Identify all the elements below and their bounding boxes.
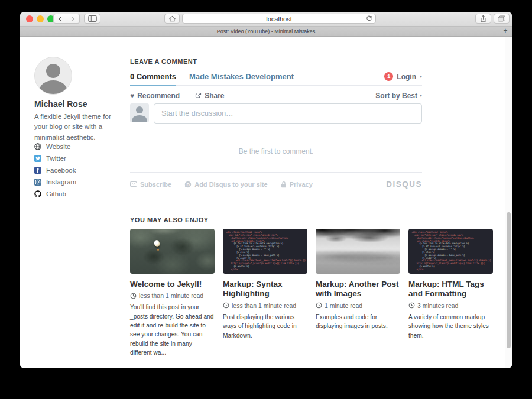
post-title-link[interactable]: Markup: Syntax Highlighting — [223, 280, 307, 299]
add-disqus-link[interactable]: D Add Disqus to your site — [184, 181, 267, 188]
recommend-button[interactable]: ♥ Recommend — [130, 92, 180, 100]
link-label: Facebook — [46, 167, 76, 174]
clock-icon — [316, 302, 322, 309]
related-post-card: <div class="masthead__menu"> <nav id="si… — [223, 229, 307, 357]
envelope-icon — [130, 181, 137, 187]
disqus-wordmark[interactable]: DISQUS — [386, 180, 422, 189]
sidebar-item-website[interactable]: Website — [34, 143, 76, 150]
address-bar[interactable]: localhost — [182, 14, 376, 24]
avatar-head-shape — [46, 64, 60, 78]
chevron-right-icon — [70, 16, 75, 22]
post-thumbnail-foggy-tree[interactable] — [316, 229, 400, 274]
author-avatar — [34, 57, 72, 95]
clock-icon — [408, 302, 415, 309]
author-links: Website Twitter Facebook Instagram Githu… — [34, 143, 76, 202]
svg-text:D: D — [187, 181, 190, 187]
url-text: localhost — [266, 15, 291, 22]
login-menu[interactable]: 1 Login ▾ — [384, 72, 422, 81]
share-icon — [480, 15, 486, 22]
related-posts-section: YOU MAY ALSO ENJOY Welcome to Jekyll! le… — [130, 216, 494, 357]
scrollbar-track[interactable] — [505, 37, 512, 368]
page-content: Michael Rose A flexible Jekyll theme for… — [20, 37, 512, 368]
related-post-card: Welcome to Jekyll! less than 1 minute re… — [130, 229, 215, 357]
heart-icon: ♥ — [130, 92, 134, 99]
instagram-icon — [34, 179, 41, 186]
active-tab[interactable]: Post: Video (YouTube) - Minimal Mistakes — [20, 27, 512, 36]
comments-section: LEAVE A COMMENT 0 Comments Made Mistakes… — [130, 58, 422, 189]
forum-link[interactable]: Made Mistakes Development — [189, 72, 294, 81]
login-label: Login — [397, 73, 416, 81]
orange-fleck-shape — [157, 249, 159, 251]
post-title-link[interactable]: Markup: Another Post with Images — [316, 280, 400, 299]
post-thumbnail-green-macro[interactable] — [130, 229, 215, 274]
home-icon — [168, 15, 176, 22]
recommend-label: Recommend — [137, 92, 180, 100]
twitter-icon — [34, 155, 41, 162]
add-disqus-label: Add Disqus to your site — [194, 181, 267, 188]
disqus-icon: D — [184, 181, 192, 188]
disqus-footer: Subscribe D Add Disqus to your site Priv… — [130, 180, 422, 189]
forward-button[interactable] — [66, 14, 80, 24]
disqus-actions: ♥ Recommend Share Sort by Best ▾ — [130, 91, 422, 100]
divider — [130, 172, 422, 173]
tabs-overview-icon — [498, 15, 505, 22]
disqus-header: 0 Comments Made Mistakes Development 1 L… — [130, 72, 422, 86]
post-excerpt: A variety of common markup showing how t… — [408, 313, 493, 340]
read-time-label: less than 1 minute read — [232, 302, 296, 309]
sidebar-item-twitter[interactable]: Twitter — [34, 155, 76, 162]
author-bio: A flexible Jekyll theme for your blog or… — [34, 112, 125, 142]
back-button[interactable] — [53, 14, 67, 24]
comment-compose — [130, 103, 422, 124]
sidebar-item-github[interactable]: Github — [34, 190, 76, 197]
avatar-shoulders-shape — [132, 115, 147, 122]
tab-bar: Post: Video (YouTube) - Minimal Mistakes… — [20, 27, 512, 37]
new-tab-button[interactable]: + — [501, 27, 510, 35]
privacy-link[interactable]: Privacy — [281, 181, 313, 188]
share-thread-button[interactable]: Share — [195, 92, 224, 100]
post-excerpt: Post displaying the various ways of high… — [223, 313, 307, 340]
lock-icon — [281, 181, 287, 188]
comment-count-tab[interactable]: 0 Comments — [130, 72, 176, 81]
read-time-label: 1 minute read — [325, 302, 362, 309]
share-arrow-icon — [195, 92, 202, 99]
read-time-label: less than 1 minute read — [139, 292, 203, 299]
sidebar-toggle-button[interactable] — [84, 14, 100, 24]
no-comments-message: Be the first to comment. — [130, 147, 422, 154]
post-thumbnail-code[interactable]: <div class="masthead__menu"> <nav id="si… — [223, 229, 307, 274]
link-label: Website — [46, 143, 70, 150]
related-heading: YOU MAY ALSO ENJOY — [130, 216, 494, 223]
avatar-head-shape — [136, 106, 143, 113]
close-window-button[interactable] — [26, 15, 33, 22]
related-posts-grid: Welcome to Jekyll! less than 1 minute re… — [130, 229, 494, 357]
clock-icon — [130, 293, 137, 299]
home-button[interactable] — [164, 14, 180, 24]
post-thumbnail-code[interactable]: <div class="masthead__menu"> <nav id="si… — [408, 229, 493, 274]
comment-input[interactable] — [154, 103, 422, 124]
sidebar-item-facebook[interactable]: Facebook — [34, 167, 76, 174]
sort-label: Sort by Best — [375, 92, 417, 100]
post-title-link[interactable]: Welcome to Jekyll! — [130, 280, 215, 289]
read-time-label: 3 minutes read — [417, 302, 458, 309]
avatar-shoulders-shape — [40, 80, 67, 95]
read-time: less than 1 minute read — [223, 302, 307, 309]
browser-window: localhost Post: Video (YouTube) - Minima… — [20, 12, 512, 368]
browser-toolbar: localhost — [20, 12, 512, 27]
link-label: Twitter — [46, 155, 66, 162]
read-time: less than 1 minute read — [130, 292, 215, 299]
globe-icon — [34, 143, 41, 150]
share-page-button[interactable] — [475, 14, 491, 24]
scrollbar-thumb[interactable] — [507, 212, 511, 348]
subscribe-link[interactable]: Subscribe — [130, 181, 171, 188]
read-time: 3 minutes read — [408, 302, 493, 309]
link-label: Github — [46, 190, 66, 197]
share-label: Share — [205, 92, 224, 100]
sidebar-icon — [88, 15, 97, 22]
sort-menu[interactable]: Sort by Best ▾ — [375, 92, 422, 100]
comments-heading: LEAVE A COMMENT — [130, 58, 422, 65]
refresh-button[interactable] — [366, 15, 372, 22]
sidebar-item-instagram[interactable]: Instagram — [34, 179, 76, 186]
post-title-link[interactable]: Markup: HTML Tags and Formatting — [408, 280, 493, 299]
minimize-window-button[interactable] — [37, 15, 44, 22]
show-tabs-button[interactable] — [494, 14, 510, 24]
related-post-card: Markup: Another Post with Images 1 minut… — [316, 229, 400, 357]
